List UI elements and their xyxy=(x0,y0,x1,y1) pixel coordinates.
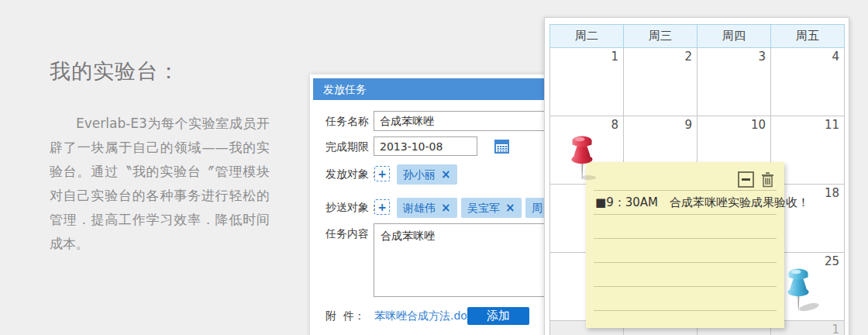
red-pushpin-icon[interactable] xyxy=(564,132,600,183)
dialog-title: 发放任务 xyxy=(313,78,548,100)
task-content-textarea[interactable]: 合成苯咪唑 xyxy=(374,223,550,297)
note-rule-line xyxy=(594,286,777,287)
remove-cc-icon[interactable]: × xyxy=(441,198,451,218)
calendar-header-row: 周二 周三 周四 周五 xyxy=(550,25,845,48)
blue-pushpin-icon[interactable] xyxy=(781,265,822,315)
note-rule-line xyxy=(594,238,777,239)
assignee-chip: 孙小丽 × xyxy=(397,164,457,185)
sticky-note[interactable]: ■9：30AM 合成苯咪唑实验成果验收！ xyxy=(586,162,784,328)
intro-paragraph: Everlab-E3为每个实验室成员开辟了一块属于自己的领域——我的实验台。通过… xyxy=(50,112,270,256)
note-rule-line xyxy=(594,214,777,215)
note-collapse-icon[interactable] xyxy=(738,171,754,188)
note-trash-icon[interactable] xyxy=(761,171,774,188)
cc-label: 抄送对象： xyxy=(326,201,380,215)
calendar-week-row: 1 2 3 4 xyxy=(550,48,845,116)
intro-section: 我的实验台： Everlab-E3为每个实验室成员开辟了一块属于自己的领域——我… xyxy=(50,57,270,256)
note-rule-line xyxy=(594,190,777,191)
day-cell[interactable]: 4 xyxy=(771,48,845,116)
remove-assignee-icon[interactable]: × xyxy=(441,164,451,185)
note-rule-line xyxy=(594,310,777,311)
cc-chip: 谢雄伟 × xyxy=(397,198,457,218)
add-assignee-button[interactable]: + xyxy=(374,166,390,181)
cc-chip-label: 谢雄伟 xyxy=(403,198,436,218)
remove-cc-icon[interactable]: × xyxy=(505,198,515,218)
page-title: 我的实验台： xyxy=(50,57,270,85)
cc-chip: 吴宝军 × xyxy=(461,198,522,218)
attachment-label: 附 件： xyxy=(326,309,365,323)
deadline-input[interactable]: 2013-10-08 xyxy=(374,136,477,156)
add-attachment-button[interactable]: 添加 xyxy=(467,307,529,325)
issue-task-dialog: 发放任务 任务名称： 合成苯咪唑 完成期限： 2013-10-08 发放对象： … xyxy=(310,74,551,335)
add-cc-button[interactable]: + xyxy=(374,199,390,215)
weekday-header: 周二 xyxy=(550,25,624,48)
assignee-chip-label: 孙小丽 xyxy=(403,164,436,185)
attachment-file-link[interactable]: 苯咪唑合成方法.docx xyxy=(374,309,480,323)
deadline-label: 完成期限： xyxy=(326,140,380,154)
task-name-input[interactable]: 合成苯咪唑 xyxy=(374,111,546,131)
note-event-text: ■9：30AM 合成苯咪唑实验成果验收！ xyxy=(595,195,809,210)
weekday-header: 周四 xyxy=(698,25,771,48)
day-cell[interactable]: 1 xyxy=(550,48,624,116)
weekday-header: 周三 xyxy=(624,25,698,48)
task-name-label: 任务名称： xyxy=(326,115,380,129)
day-cell[interactable]: 3 xyxy=(698,48,771,116)
weekday-header: 周五 xyxy=(771,25,845,48)
note-rule-line xyxy=(594,262,777,263)
cc-chip-label: 吴宝军 xyxy=(467,198,500,218)
assign-label: 发放对象： xyxy=(326,168,380,181)
calendar-picker-icon[interactable] xyxy=(494,139,509,154)
day-cell[interactable]: 2 xyxy=(624,48,698,116)
content-label: 任务内容： xyxy=(326,227,380,241)
